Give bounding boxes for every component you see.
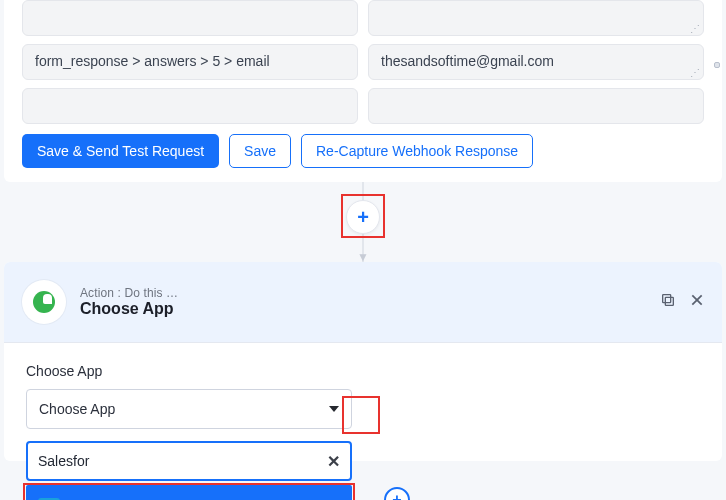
field-key-text: form_response > answers > 5 > email <box>35 53 270 69</box>
arrow-down-icon: ▼ <box>357 250 369 264</box>
connector: ▼ + <box>0 182 726 262</box>
clear-search-icon[interactable]: ✕ <box>327 452 340 471</box>
field-row-stub <box>22 88 704 124</box>
plus-icon: + <box>392 491 401 500</box>
stub-cell <box>22 88 358 124</box>
field-key-cell[interactable]: form_response > answers > 5 > email <box>22 44 358 80</box>
field-value-cell[interactable]: thesandsoftime@gmail.com ⋰ <box>368 44 704 80</box>
close-icon[interactable] <box>690 293 704 311</box>
chevron-down-icon <box>329 406 339 412</box>
action-step-card: Action : Do this … Choose App Choose App… <box>4 262 722 461</box>
action-body: Choose App Choose App ✕ Salesforce + <box>4 343 722 461</box>
app-badge <box>22 280 66 324</box>
app-result-label: Salesforce <box>70 497 141 501</box>
field-key-cell[interactable] <box>22 0 358 36</box>
copy-icon[interactable] <box>660 292 676 312</box>
resize-grip-icon: ⋰ <box>690 25 700 33</box>
action-header: Action : Do this … Choose App <box>4 262 722 343</box>
pabbly-icon <box>33 291 55 313</box>
field-row: ⋰ <box>22 0 704 36</box>
button-row: Save & Send Test Request Save Re-Capture… <box>22 134 704 168</box>
svg-rect-1 <box>663 295 671 303</box>
resize-grip-icon: ⋰ <box>690 69 700 77</box>
field-value-text: thesandsoftime@gmail.com <box>381 53 554 69</box>
choose-app-label: Choose App <box>26 363 700 379</box>
add-branch-button[interactable]: + <box>384 487 410 500</box>
app-result-salesforce[interactable]: Salesforce <box>26 485 352 500</box>
app-dropdown: ✕ Salesforce <box>26 441 352 500</box>
trigger-config-card: ⋰ form_response > answers > 5 > email th… <box>4 0 722 182</box>
save-send-test-button[interactable]: Save & Send Test Request <box>22 134 219 168</box>
recapture-webhook-button[interactable]: Re-Capture Webhook Response <box>301 134 533 168</box>
field-value-cell[interactable]: ⋰ <box>368 0 704 36</box>
choose-app-select[interactable]: Choose App <box>26 389 352 429</box>
action-kicker: Action : Do this … <box>80 286 178 300</box>
svg-rect-0 <box>665 297 673 305</box>
plus-icon: + <box>357 207 369 227</box>
field-row: form_response > answers > 5 > email thes… <box>22 44 704 80</box>
add-step-button[interactable]: + <box>346 200 380 234</box>
header-text: Action : Do this … Choose App <box>80 286 178 318</box>
scrollbar-indicator[interactable] <box>714 62 720 68</box>
app-search-input[interactable] <box>38 453 319 469</box>
stub-cell <box>368 88 704 124</box>
select-placeholder: Choose App <box>39 401 115 417</box>
action-title: Choose App <box>80 300 178 318</box>
save-button[interactable]: Save <box>229 134 291 168</box>
app-search-row: ✕ <box>26 441 352 481</box>
header-actions <box>660 292 704 312</box>
